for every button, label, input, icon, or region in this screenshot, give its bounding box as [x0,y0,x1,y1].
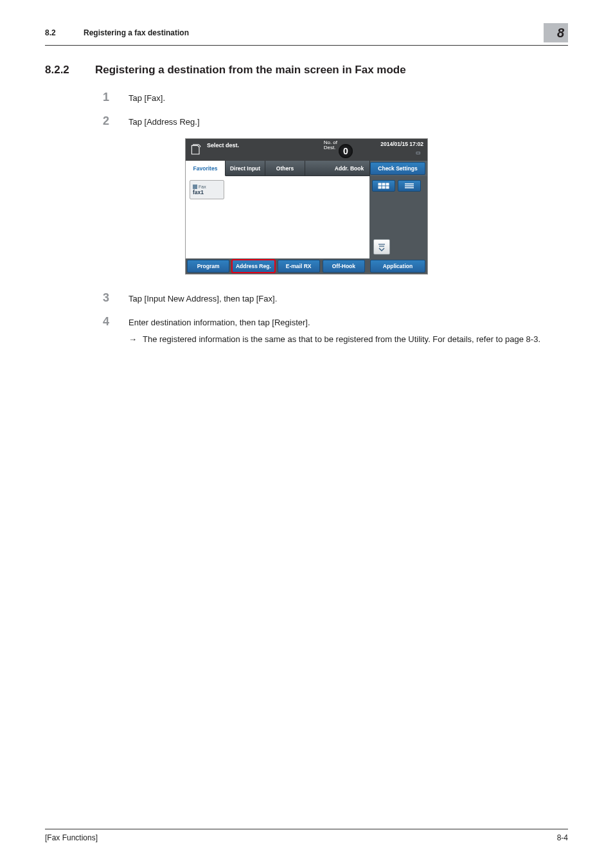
destination-list: Fax fax1 [186,176,369,258]
substep-text: The registered information is the same a… [143,334,540,345]
header-section-title: Registering a fax destination [84,28,544,37]
substep: → The registered information is the same… [45,334,568,345]
fax-screen-screenshot: Select dest. No. of Dest. 0 2014/01/15 1… [185,138,428,275]
check-settings-button[interactable]: Check Settings [370,162,425,175]
main-area: Fax fax1 [186,176,427,258]
subsection-title: Registering a destination from the main … [95,64,406,77]
footer-left: [Fax Functions] [45,833,98,842]
svg-rect-4 [382,186,385,188]
step-text: Tap [Address Reg.] [129,117,200,127]
chapter-number: 8 [557,26,564,41]
email-rx-button[interactable]: E-mail RX [278,260,320,273]
step-text: Tap [Input New Address], then tap [Fax]. [129,294,277,303]
step-4: 4 Enter destination information, then ta… [45,315,568,329]
tab-direct-input[interactable]: Direct Input [226,161,265,176]
tab-others[interactable]: Others [265,161,305,176]
svg-rect-1 [382,183,385,185]
arrow-icon: → [129,334,143,344]
program-button[interactable]: Program [187,260,229,273]
dest-count-label: No. of Dest. [324,140,337,151]
dest-type: Fax [199,185,206,189]
chapter-badge: 8 [544,23,568,42]
page-footer: [Fax Functions] 8-4 [45,829,568,842]
fax-icon [193,185,197,189]
svg-rect-0 [378,183,381,185]
application-button[interactable]: Application [370,260,425,273]
svg-rect-2 [386,183,389,185]
step-3: 3 Tap [Input New Address], then tap [Fax… [45,291,568,305]
subsection-heading: 8.2.2 Registering a destination from the… [45,64,568,77]
screen-title: Select dest. [207,139,239,149]
bottom-toolbar: Program Address Reg. E-mail RX Off-Hook … [186,258,427,274]
step-text: Enter destination information, then tap … [129,318,310,327]
dest-name: fax1 [193,189,221,195]
subsection-number: 8.2.2 [45,64,95,77]
header-section-number: 8.2 [45,28,84,37]
scroll-down-button[interactable] [373,239,390,255]
view-panel [369,176,427,258]
svg-rect-5 [386,186,389,188]
screen-titlebar: Select dest. No. of Dest. 0 2014/01/15 1… [186,139,427,161]
svg-rect-3 [378,186,381,188]
page-header: 8.2 Registering a fax destination 8 [45,23,568,46]
view-grid-button[interactable] [372,180,395,192]
step-text: Tap [Fax]. [129,93,165,103]
datetime-display: 2014/01/15 17:02 [380,141,423,147]
tab-addr-book[interactable]: Addr. Book [329,161,370,176]
tab-bar: Favorites Direct Input Others Addr. Book… [186,161,427,176]
dest-count-badge: 0 [339,144,353,158]
step-2: 2 Tap [Address Reg.] [45,114,568,128]
tab-spacer [305,161,329,176]
view-list-button[interactable] [398,180,421,192]
tab-favorites[interactable]: Favorites [186,161,226,176]
step-number: 4 [103,315,129,329]
step-number: 1 [103,91,129,104]
step-1: 1 Tap [Fax]. [45,91,568,104]
destination-card[interactable]: Fax fax1 [190,180,224,199]
off-hook-button[interactable]: Off-Hook [323,260,365,273]
address-reg-button[interactable]: Address Reg. [232,260,274,273]
step-number: 2 [103,114,129,128]
step-number: 3 [103,291,129,305]
paper-status-icon: ▭ [416,150,421,156]
footer-right: 8-4 [557,833,568,842]
jobstatus-icon[interactable] [188,142,204,158]
